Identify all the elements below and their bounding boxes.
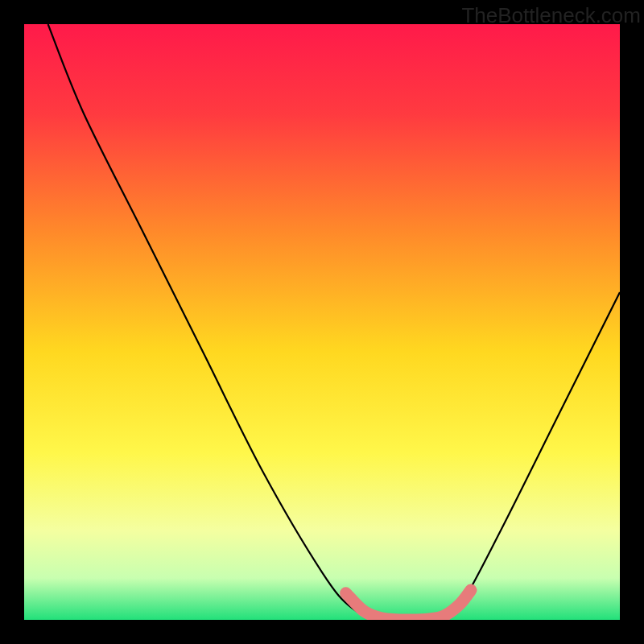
chart-root: TheBottleneck.com (0, 0, 644, 644)
gradient-background (24, 24, 620, 620)
watermark-text: TheBottleneck.com (461, 3, 641, 28)
plot-area (24, 24, 620, 620)
chart-svg (24, 24, 620, 620)
